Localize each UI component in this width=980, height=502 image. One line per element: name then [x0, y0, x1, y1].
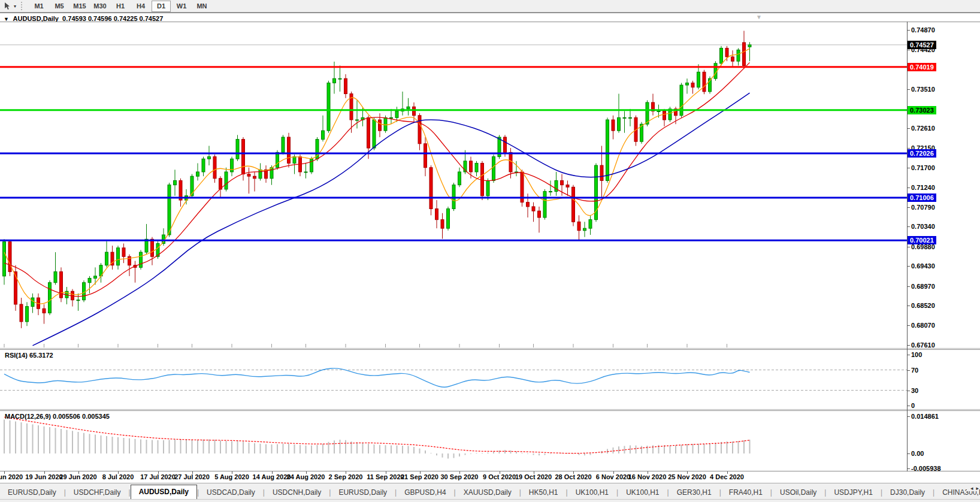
price-tick-label: 0.68970 [911, 283, 935, 290]
date-label: 9 Oct 2020 [483, 473, 516, 480]
price-tick-mark [907, 168, 910, 168]
price-tick-mark [907, 128, 910, 129]
price-tick-mark [907, 247, 910, 247]
date-label: 30 Sep 2020 [441, 473, 479, 480]
indicator-tick-label: 0.00 [911, 450, 924, 457]
date-label: 21 Sep 2020 [401, 473, 438, 480]
rsi-indicator-panel[interactable] [0, 350, 907, 409]
indicator-tick-label: 0 [911, 402, 915, 409]
tab-eurusd-daily[interactable]: EURUSD,Daily [331, 486, 395, 499]
tab-fra40-h1[interactable]: FRA40,H1 [721, 486, 770, 499]
date-label: 24 Aug 2020 [287, 473, 325, 480]
tab-eurusd-daily[interactable]: EURUSD,Daily [0, 486, 64, 499]
tab-usdcad-daily[interactable]: USDCAD,Daily [199, 486, 263, 499]
toolbar-grip[interactable] [21, 2, 25, 10]
date-label: 4 Dec 2020 [710, 473, 744, 480]
date-label: 10 Jun 2020 [0, 473, 23, 480]
indicator-tick-label: 30 [911, 387, 918, 394]
tab-xauusd-daily[interactable]: XAUUSD,Daily [456, 486, 519, 499]
candlestick-layer [3, 31, 752, 347]
top-toolbar: ▾ M1M5M15M30H1H4D1W1MN [0, 0, 980, 13]
tab-uk100-h1[interactable]: UK100,H1 [618, 486, 667, 499]
price-tick-label: 0.70790 [911, 204, 935, 211]
tab-usdjpy-h1[interactable]: USDJPY,H1 [826, 486, 880, 499]
tab-hk50-h1[interactable]: HK50,H1 [521, 486, 566, 499]
date-label: 11 Sep 2020 [367, 473, 404, 480]
indicator-tick-label: -0.005938 [911, 465, 941, 472]
tab-dj30-daily[interactable]: DJ30,Daily [882, 486, 933, 499]
indicator-tick-mark [907, 416, 910, 417]
hline-price-label-0.70021[interactable]: 0.70021 [908, 236, 936, 244]
date-label: 16 Nov 2020 [628, 473, 667, 480]
price-tick-label: 0.72610 [911, 125, 935, 132]
panel-separator-1[interactable] [0, 348, 980, 349]
tab-scroll-left-icon[interactable]: ◂ [970, 485, 973, 491]
macd-indicator-panel[interactable] [0, 411, 907, 471]
price-tick-mark [907, 286, 910, 287]
pointer-tool-caret-icon[interactable]: ▾ [14, 4, 16, 9]
price-tick-mark [907, 148, 910, 149]
tab-scroll-right-icon[interactable]: ▸ [976, 485, 979, 491]
tab-usoil-daily[interactable]: USOil,Daily [772, 486, 824, 499]
price-tick-mark [907, 188, 910, 188]
timeframe-button-group: M1M5M15M30H1H4D1W1MN [29, 1, 212, 12]
tab-usdchf-daily[interactable]: USDCHF,Daily [66, 486, 129, 499]
hline-price-label-0.73023[interactable]: 0.73023 [908, 106, 936, 114]
status-strip [0, 499, 980, 502]
timeframe-button-m5[interactable]: M5 [50, 1, 69, 12]
timeframe-button-h1[interactable]: H1 [111, 1, 130, 12]
indicator-tick-label: 100 [911, 351, 922, 358]
indicator-tick-label: 0.014861 [911, 413, 939, 420]
panel-separator-2[interactable] [0, 409, 980, 410]
tab-uk100-h1[interactable]: UK100,H1 [568, 486, 616, 499]
price-tick-label: 0.71700 [911, 164, 935, 171]
price-tick-label: 0.73510 [911, 86, 935, 93]
indicator-tick-mark [907, 406, 910, 406]
timeframe-button-m1[interactable]: M1 [29, 1, 49, 12]
timeframe-button-m30[interactable]: M30 [90, 1, 110, 12]
tab-audusd-daily[interactable]: AUDUSD,Daily [131, 485, 197, 499]
pointer-tool-icon[interactable] [2, 1, 13, 11]
chart-scroll-anchor-icon[interactable]: ▼ [756, 14, 762, 20]
ma-mid-line[interactable] [4, 62, 750, 297]
indicator-tick-mark [907, 468, 910, 469]
macd-label: MACD(12,26,9) 0.005506 0.005345 [5, 413, 110, 420]
plot-bottom-border [0, 471, 980, 471]
price-tick-mark [907, 266, 910, 267]
hline-price-label-0.72026[interactable]: 0.72026 [908, 149, 936, 158]
tab-ger30-h1[interactable]: GER30,H1 [669, 486, 719, 499]
price-tick-label: 0.67610 [911, 341, 935, 349]
date-label: 2 Sep 2020 [329, 473, 363, 480]
tab-gbpusd-h4[interactable]: GBPUSD,H4 [397, 486, 453, 499]
indicator-tick-mark [907, 391, 910, 391]
macd-signal-line [4, 417, 750, 453]
price-tick-mark [907, 306, 910, 306]
rsi-label: RSI(14) 65.3172 [5, 352, 53, 359]
price-tick-mark [907, 30, 910, 31]
hline-price-label-0.71006[interactable]: 0.71006 [908, 193, 936, 202]
price-tick-mark [907, 226, 910, 227]
main-price-chart[interactable] [0, 22, 907, 347]
timeframe-button-d1[interactable]: D1 [152, 1, 171, 12]
indicator-tick-mark [907, 355, 910, 355]
date-label: 14 Aug 2020 [253, 473, 291, 480]
ma-fast-line[interactable] [4, 49, 750, 304]
indicator-tick-label: 70 [911, 367, 918, 374]
date-label: 25 Nov 2020 [668, 473, 706, 480]
tab-usdcnh-daily[interactable]: USDCNH,Daily [265, 486, 329, 499]
tab-scroll-arrows: ◂ ▸ [967, 485, 979, 491]
timeframe-button-h4[interactable]: H4 [131, 1, 150, 12]
hline-price-label-0.74019[interactable]: 0.74019 [908, 63, 936, 71]
price-tick-mark [907, 89, 910, 90]
timeframe-button-w1[interactable]: W1 [172, 1, 191, 12]
current-price-label[interactable]: 0.74527 [908, 41, 936, 49]
timeframe-button-m15[interactable]: M15 [70, 1, 89, 12]
price-tick-label: 0.68520 [911, 302, 935, 309]
price-tick-label: 0.70340 [911, 223, 935, 230]
timeframe-button-mn[interactable]: MN [192, 1, 211, 12]
price-tick-label: 0.74870 [911, 26, 935, 34]
price-tick-mark [907, 50, 910, 50]
price-tick-label: 0.71240 [911, 184, 935, 191]
indicator-tick-mark [907, 370, 910, 371]
date-label: 8 Jul 2020 [102, 473, 134, 480]
